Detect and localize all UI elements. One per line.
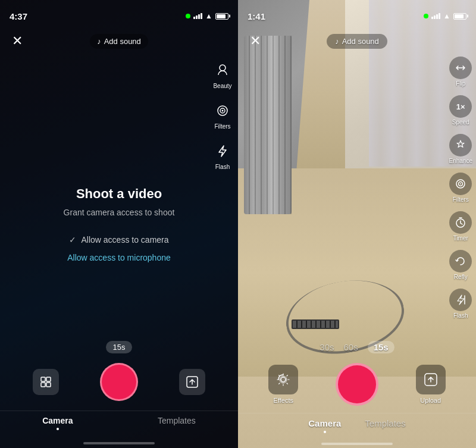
upload-button-right[interactable]: Upload (416, 365, 446, 404)
svg-point-15 (280, 376, 287, 383)
shoot-video-title: Shoot a video (76, 186, 162, 202)
upload-label: Upload (420, 397, 441, 404)
add-sound-right[interactable]: ♪ Add sound (327, 34, 387, 49)
active-dot-left (57, 428, 59, 430)
svg-rect-7 (46, 383, 51, 387)
add-sound-label-right: Add sound (342, 37, 379, 46)
wifi-icon-right: ▲ (443, 12, 450, 20)
sidebar-item-enhance[interactable]: Enhance (449, 134, 472, 164)
camera-permission-label: Allow access to camera (81, 235, 168, 245)
timer-row-left: 15s (0, 341, 238, 358)
timer-15s[interactable]: 15s (368, 341, 394, 353)
filters-icon-right (449, 173, 472, 195)
nav-tabs-right: Camera Templates (238, 413, 476, 443)
effects-button-right[interactable]: Effects (268, 365, 298, 404)
time-right: 1:41 (248, 11, 265, 21)
vent (292, 319, 339, 329)
sidebar-item-filters-right[interactable]: Filters (449, 173, 472, 203)
flash-label-right: Flash (453, 312, 468, 319)
record-button-right[interactable] (336, 363, 378, 406)
sidebar-item-flip[interactable]: Flip (449, 57, 472, 87)
close-button-right[interactable]: ✕ (246, 32, 264, 50)
timer-30s[interactable]: 30s (320, 342, 334, 352)
top-bar-right: ✕ ♪ Add sound (238, 26, 476, 56)
bottom-bar-left: 15s Camera (0, 341, 238, 448)
enhance-label: Enhance (449, 158, 472, 164)
flip-icon (449, 57, 472, 79)
timer-row-right: 30s 60s 15s (238, 341, 476, 359)
filters-label-right: Filters (453, 196, 469, 203)
controls-row-right: Effects Upload (238, 359, 476, 413)
tab-camera-left[interactable]: Camera (42, 416, 73, 430)
svg-rect-5 (46, 377, 51, 381)
music-note-right: ♪ (335, 37, 339, 46)
sidebar-item-timer[interactable]: Timer (449, 211, 472, 242)
signal-dot-right (424, 14, 428, 18)
check-icon: ✓ (69, 235, 76, 245)
right-phone: 1:41 ▲ ✕ ♪ Add sound (238, 0, 476, 448)
status-icons-right: ▲ (424, 12, 466, 20)
sidebar-item-refly[interactable]: Refly (449, 250, 472, 280)
refly-icon (449, 250, 472, 272)
flash-icon-right (449, 289, 472, 311)
tab-camera-right[interactable]: Camera (308, 418, 341, 433)
home-indicator-right (321, 443, 393, 445)
status-bar-right: 1:41 ▲ (238, 0, 476, 26)
timer-60s[interactable]: 60s (343, 342, 358, 352)
mic-permission[interactable]: Allow access to microphone (67, 253, 171, 262)
tab-templates-right[interactable]: Templates (365, 418, 405, 433)
active-dot-right (324, 431, 326, 433)
svg-point-11 (460, 183, 461, 184)
effects-button-left[interactable] (33, 369, 59, 395)
timer-label: Timer (453, 235, 468, 242)
tab-camera-label-left: Camera (42, 416, 73, 425)
upload-icon (416, 365, 446, 394)
svg-rect-4 (41, 377, 45, 381)
sidebar-item-flash-right[interactable]: Flash (449, 289, 472, 319)
tab-camera-label-right: Camera (308, 418, 341, 428)
tab-templates-label-left: Templates (158, 416, 196, 425)
effects-label: Effects (274, 397, 293, 404)
nav-tabs-left: Camera Templates (0, 411, 238, 442)
speed-icon: 1× (449, 95, 472, 118)
controls-row-left (0, 358, 238, 411)
close-icon-right: ✕ (250, 35, 261, 48)
tab-templates-label-right: Templates (365, 418, 405, 428)
upload-button-left[interactable] (179, 369, 205, 395)
sidebar-right: Flip 1× Speed Enhance (449, 57, 472, 319)
timer-badge-left: 15s (106, 341, 133, 353)
tab-templates-left[interactable]: Templates (158, 416, 196, 430)
heater (244, 36, 292, 214)
bottom-bar-right: 30s 60s 15s Effects (238, 341, 476, 448)
flip-label: Flip (456, 80, 465, 87)
refly-label: Refly (454, 274, 468, 280)
record-button-left[interactable] (100, 363, 138, 401)
svg-rect-6 (41, 383, 45, 387)
signal-bars-right (431, 13, 440, 19)
timer-icon (449, 211, 472, 234)
left-phone: 4:37 ▲ ✕ ♪ Add sound (0, 0, 238, 448)
home-indicator-left (83, 442, 155, 444)
sidebar-item-speed[interactable]: 1× Speed (449, 95, 472, 126)
camera-permission: ✓ Allow access to camera (69, 235, 168, 245)
battery-right (453, 13, 466, 20)
shoot-video-subtitle: Grant camera access to shoot (64, 208, 175, 217)
enhance-icon (449, 134, 472, 156)
effects-icon (268, 365, 298, 394)
permissions-list: ✓ Allow access to camera Allow access to… (67, 235, 171, 262)
speed-label: Speed (452, 119, 469, 126)
